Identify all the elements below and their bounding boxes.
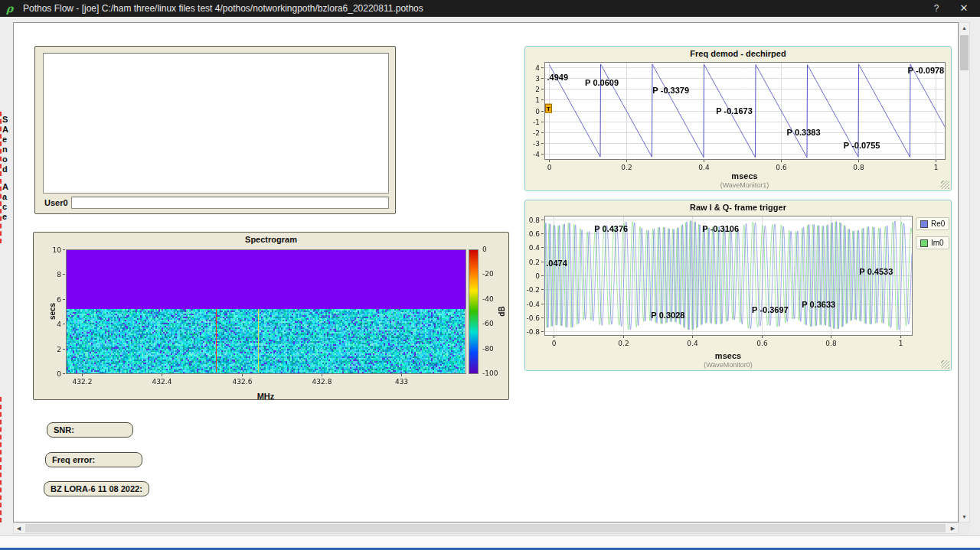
- plot-legend: Re0 Im0: [916, 217, 949, 255]
- chat-box-widget[interactable]: User0: [34, 46, 396, 214]
- clipped-widget-dashed-border: [0, 112, 2, 243]
- vertical-scrollbar[interactable]: ▲ ▼: [959, 22, 970, 522]
- pothos-logo-icon: ρ: [6, 0, 13, 17]
- horizontal-scrollbar[interactable]: ◀ ▶: [13, 522, 959, 534]
- legend-swatch-im0: [920, 239, 928, 247]
- raw-iq-title: Raw I & Q- frame trigger: [525, 203, 951, 212]
- resize-grip[interactable]: [941, 181, 949, 189]
- legend-label-re0: Re0: [931, 220, 945, 228]
- freq-demod-title: Freq demod - dechirped: [525, 49, 951, 58]
- chat-user-label: User0: [44, 198, 68, 207]
- scroll-down-icon[interactable]: ▼: [959, 512, 969, 522]
- bz-lora-label-widget[interactable]: BZ LORA-6 11 08 2022:: [44, 481, 149, 496]
- resize-grip[interactable]: [941, 360, 949, 369]
- legend-item-re0[interactable]: Re0: [916, 217, 949, 230]
- chat-display-area: [43, 53, 389, 194]
- horizontal-scrollbar-thumb[interactable]: [25, 524, 946, 532]
- help-button[interactable]: ?: [925, 0, 948, 17]
- raw-iq-sublabel: (WaveMonitor0): [544, 361, 912, 369]
- freq-demod-xlabel: msecs: [544, 171, 945, 181]
- snr-label-widget[interactable]: SNR:: [47, 422, 133, 438]
- spectrogram-title: Spectrogram: [34, 235, 508, 244]
- clipped-widget-dashed-border: [0, 397, 2, 522]
- freq-demod-panel[interactable]: Freq demod - dechirped msecs (WaveMonito…: [524, 46, 952, 191]
- title-bar: ρ Pothos Flow - [joe] C:/ham three/linux…: [0, 0, 980, 17]
- chat-input[interactable]: [71, 197, 389, 209]
- legend-item-im0[interactable]: Im0: [916, 236, 949, 249]
- window-title: Pothos Flow - [joe] C:/ham three/linux f…: [23, 0, 423, 17]
- clipped-widget-text: A a c e: [2, 182, 8, 222]
- raw-iq-canvas: [527, 213, 916, 350]
- chat-input-row: User0: [43, 197, 389, 210]
- freq-error-label-widget[interactable]: Freq error:: [45, 452, 142, 467]
- raw-iq-panel[interactable]: Raw I & Q- frame trigger Re0 Im0 msecs (…: [524, 200, 952, 371]
- scroll-up-icon[interactable]: ▲: [959, 23, 969, 33]
- clipped-widget-text: S A e n o d: [2, 115, 8, 174]
- vertical-scrollbar-thumb[interactable]: [960, 35, 969, 70]
- legend-swatch-re0: [920, 220, 928, 228]
- scrollbar-corner: [959, 522, 970, 534]
- legend-label-im0: Im0: [931, 239, 944, 247]
- scroll-right-icon[interactable]: ▶: [948, 523, 958, 533]
- freq-demod-canvas: [527, 59, 951, 172]
- spectrogram-xlabel: MHz: [66, 392, 466, 401]
- spectrogram-widget[interactable]: Spectrogram MHz: [33, 232, 509, 400]
- scroll-left-icon[interactable]: ◀: [14, 523, 24, 533]
- close-button[interactable]: ✕: [952, 0, 975, 17]
- spectrogram-canvas: [49, 246, 508, 390]
- freq-demod-sublabel: (WaveMonitor1): [544, 181, 945, 189]
- raw-iq-xlabel: msecs: [544, 351, 912, 360]
